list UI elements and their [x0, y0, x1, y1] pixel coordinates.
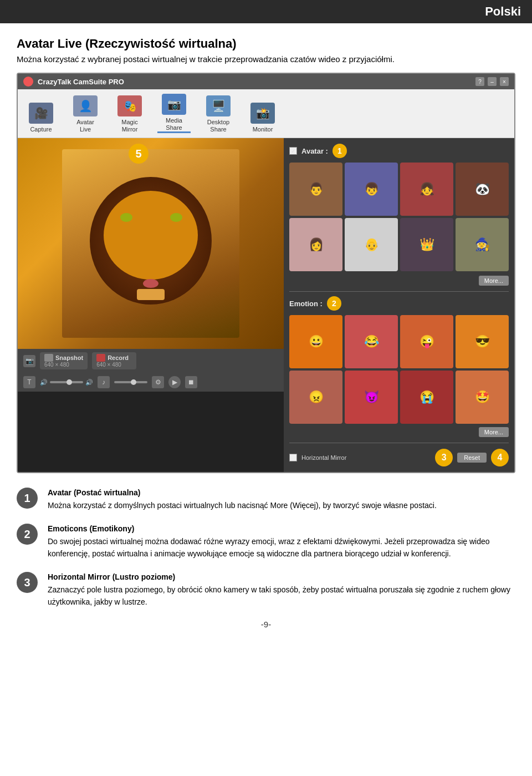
monitor-label: Monitor	[253, 126, 273, 133]
speaker-icon-2: 🔊	[85, 379, 93, 386]
emotion-thumb-7[interactable]: 😭	[400, 371, 453, 424]
item-body-2: Do swojej postaci wirtualnej można dodaw…	[48, 537, 490, 558]
emotion-section-title: Emotion :	[289, 300, 323, 308]
minimize-button[interactable]: –	[488, 77, 497, 86]
main-content: Avatar Live (Rzeczywistość wirtualna) Mo…	[0, 23, 532, 651]
toolbar-media-share[interactable]: 📷 MediaShare	[157, 94, 191, 133]
music-slider[interactable]	[114, 381, 147, 383]
divider-1	[289, 291, 509, 292]
item-title-1: Avatar (Postać wirtualna)	[48, 488, 141, 497]
settings-icon[interactable]: ⚙	[152, 376, 164, 388]
app-logo-icon	[23, 77, 33, 87]
item-title-2: Emoticons (Emotikony)	[48, 524, 134, 533]
snapshot-icon	[44, 354, 53, 362]
avatar-thumb-4[interactable]: 🐼	[456, 163, 509, 216]
record-button[interactable]: Record 640 × 480	[92, 352, 136, 369]
avatar-thumb-3[interactable]: 👧	[400, 163, 453, 216]
play-button[interactable]: ▶	[168, 376, 181, 388]
avatar-thumb-6[interactable]: 👴	[345, 218, 398, 271]
item-body-1: Można korzystać z domyślnych postaci wir…	[48, 501, 437, 510]
numbered-sections: 1 Avatar (Postać wirtualna) Można korzys…	[17, 486, 515, 608]
camera-toggle-icon[interactable]: 📷	[23, 355, 35, 367]
app-body: 5 👁	[18, 138, 514, 472]
page-main-title: Avatar Live (Rzeczywistość wirtualna)	[17, 37, 515, 51]
emotion-more-button[interactable]: More...	[479, 427, 509, 437]
avatar-grid: 👨 👦 👧 🐼 👩 👴	[289, 163, 509, 271]
item-body-3: Zaznaczyć pole lustra poziomego, by obró…	[48, 585, 510, 606]
reset-button[interactable]: Reset	[457, 453, 487, 463]
text-icon[interactable]: T	[23, 376, 35, 388]
window-controls[interactable]: ? – ×	[475, 77, 509, 86]
record-label: Record	[108, 354, 129, 361]
toolbar-magic-mirror[interactable]: 🎭 MagicMirror	[113, 95, 146, 133]
emotion-thumb-4[interactable]: 😎	[456, 315, 509, 368]
close-button[interactable]: ×	[500, 77, 509, 86]
avatar-more-button[interactable]: More...	[479, 276, 509, 286]
avatar-panel: ✓ Avatar : 1 👨 👦 👧	[284, 138, 514, 472]
camera-controls: 📷 Snapshot 640 × 480 Record 64	[18, 349, 284, 373]
avatar-thumb-2[interactable]: 👦	[345, 163, 398, 216]
avatar-face-8: 🧙	[456, 218, 509, 271]
page-subtitle: Można korzystać z wybranej postaci wirtu…	[17, 54, 515, 64]
emotion-thumb-5[interactable]: 😠	[289, 371, 342, 424]
avatar-face-6: 👴	[345, 218, 398, 271]
emotion-thumb-3[interactable]: 😜	[400, 315, 453, 368]
toolbar-monitor[interactable]: 📸 Monitor	[246, 103, 279, 133]
mirror-checkbox[interactable]	[289, 454, 297, 461]
camera-feed: 5 👁	[18, 138, 284, 349]
item-text-1: Avatar (Postać wirtualna) Można korzysta…	[48, 486, 515, 511]
stop-icon[interactable]: ⏹	[185, 376, 197, 388]
snapshot-size: 640 × 480	[44, 362, 83, 368]
emotion-badge-2: 2	[327, 296, 341, 311]
media-share-label: MediaShare	[166, 117, 182, 131]
avatar-face-3: 👧	[400, 163, 453, 216]
toolbar-capture[interactable]: 🎥 Capture	[24, 103, 58, 133]
magic-mirror-label: MagicMirror	[121, 119, 137, 133]
numbered-item-3: 3 Horizontal Mirror (Lustro poziome) Zaz…	[17, 571, 515, 608]
avatar-thumb-1[interactable]: 👨	[289, 163, 342, 216]
numbered-item-2: 2 Emoticons (Emotikony) Do swojej postac…	[17, 523, 515, 560]
app-window: CrazyTalk CamSuite PRO ? – × 🎥 Capture 👤…	[17, 73, 515, 473]
avatar-checkbox[interactable]: ✓	[289, 147, 297, 155]
item-title-3: Horizontal Mirror (Lustro poziome)	[48, 572, 175, 581]
snapshot-label: Snapshot	[55, 354, 83, 361]
item-text-2: Emoticons (Emotikony) Do swojej postaci …	[48, 523, 515, 560]
number-circle-3: 3	[17, 572, 38, 593]
record-size: 640 × 480	[96, 362, 132, 368]
title-bar: CrazyTalk CamSuite PRO ? – ×	[18, 74, 514, 89]
avatar-thumb-8[interactable]: 🧙	[456, 218, 509, 271]
magic-mirror-icon: 🎭	[117, 95, 142, 116]
desktop-share-icon: 🖥️	[206, 95, 231, 116]
media-share-icon: 📷	[162, 94, 186, 115]
numbered-item-1: 1 Avatar (Postać wirtualna) Można korzys…	[17, 486, 515, 511]
page-number: -9-	[261, 620, 271, 629]
emotion-thumb-1[interactable]: 😀	[289, 315, 342, 368]
camera-panel: 5 👁	[18, 138, 284, 472]
music-slider-row	[114, 381, 147, 383]
number-circle-2: 2	[17, 524, 38, 545]
avatar-section-header: ✓ Avatar : 1	[289, 144, 509, 158]
toolbar-desktop-share[interactable]: 🖥️ DesktopShare	[202, 95, 235, 133]
music-icon: ♪	[98, 376, 110, 388]
desktop-share-label: DesktopShare	[207, 119, 229, 133]
avatar-checkbox-row: ✓	[289, 147, 297, 155]
badge-3: 3	[435, 449, 453, 466]
avatar-thumb-5[interactable]: 👩	[289, 218, 342, 271]
language-label: Polski	[485, 4, 521, 18]
emotion-thumb-2[interactable]: 😂	[345, 315, 398, 368]
emotion-thumb-8[interactable]: 🤩	[456, 371, 509, 424]
speaker-icon: 🔊	[40, 379, 48, 386]
toolbar-avatar-live[interactable]: 👤 AvatarLive	[69, 95, 102, 133]
title-section: Avatar Live (Rzeczywistość wirtualna) Mo…	[17, 37, 515, 64]
avatar-face-5: 👩	[289, 218, 342, 271]
volume-slider[interactable]	[50, 381, 83, 383]
item-text-3: Horizontal Mirror (Lustro poziome) Zazna…	[48, 571, 515, 608]
toolbar: 🎥 Capture 👤 AvatarLive 🎭 MagicMirror 📷 M…	[18, 89, 514, 138]
avatar-face-2: 👦	[345, 163, 398, 216]
horizontal-mirror-label: Horizontal Mirror	[301, 454, 346, 461]
snapshot-button[interactable]: Snapshot 640 × 480	[40, 352, 88, 369]
emotion-thumb-6[interactable]: 😈	[345, 371, 398, 424]
avatar-badge-1: 1	[332, 144, 347, 158]
help-button[interactable]: ?	[475, 77, 484, 86]
avatar-thumb-7[interactable]: 👑	[400, 218, 453, 271]
